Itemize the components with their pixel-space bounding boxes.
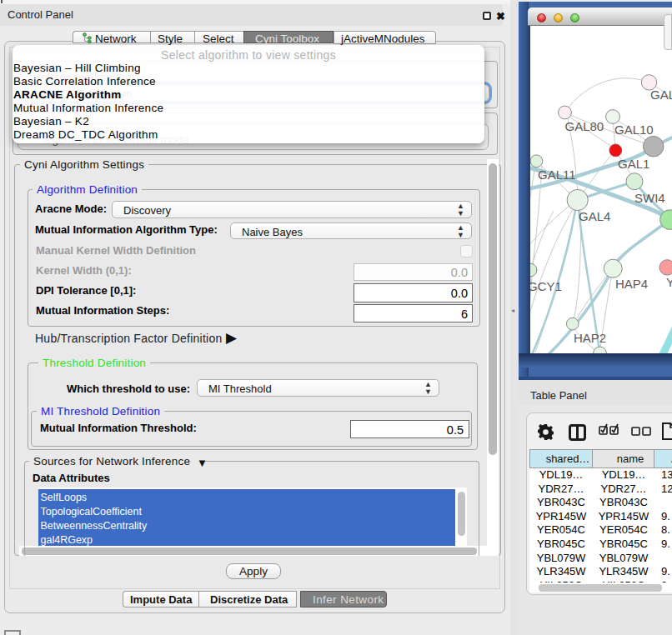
svg-text:SWI4: SWI4: [634, 191, 665, 205]
svg-text:GAL10: GAL10: [614, 122, 654, 137]
svg-text:HAP2: HAP2: [574, 331, 606, 345]
svg-text:GAL80: GAL80: [565, 119, 604, 133]
svg-text:GCY1: GCY1: [530, 279, 562, 293]
svg-text:GAL11: GAL11: [538, 168, 576, 182]
svg-text:GAL1: GAL1: [618, 157, 649, 171]
svg-text:HAP4: HAP4: [615, 277, 648, 291]
svg-text:YE: YE: [666, 275, 672, 289]
svg-text:GAL7: GAL7: [650, 88, 672, 102]
svg-text:GAL4: GAL4: [579, 209, 610, 223]
